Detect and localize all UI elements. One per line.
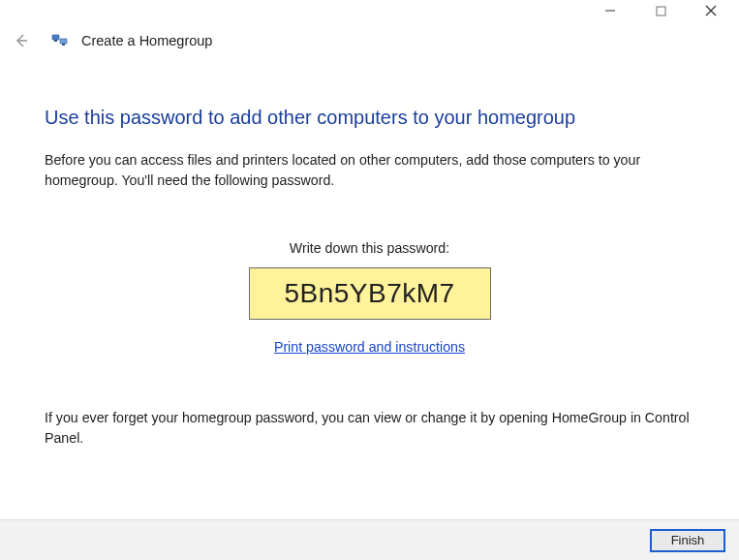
password-section: Write down this password: 5Bn5YB7kM7 Pri… bbox=[45, 240, 694, 356]
svg-rect-7 bbox=[54, 40, 57, 42]
page-headline: Use this password to add other computers… bbox=[45, 107, 694, 129]
wizard-title: Create a Homegroup bbox=[81, 33, 212, 48]
header-row: Create a Homegroup bbox=[0, 21, 739, 56]
print-link[interactable]: Print password and instructions bbox=[274, 339, 465, 355]
svg-rect-6 bbox=[60, 39, 67, 44]
back-button[interactable] bbox=[10, 29, 33, 52]
wizard-window: Create a Homegroup Use this password to … bbox=[0, 0, 739, 560]
homegroup-icon bbox=[50, 31, 70, 50]
content-area: Use this password to add other computers… bbox=[0, 56, 739, 448]
footer-note: If you ever forget your homegroup passwo… bbox=[45, 408, 694, 448]
button-bar: Finish bbox=[0, 519, 739, 560]
svg-rect-1 bbox=[657, 7, 665, 16]
intro-text: Before you can access files and printers… bbox=[45, 150, 694, 190]
close-button[interactable] bbox=[689, 1, 733, 20]
svg-rect-5 bbox=[52, 35, 59, 40]
titlebar bbox=[0, 0, 739, 21]
password-label: Write down this password: bbox=[45, 240, 694, 256]
finish-button[interactable]: Finish bbox=[650, 529, 725, 552]
window-controls bbox=[588, 1, 733, 20]
svg-rect-8 bbox=[62, 44, 65, 46]
maximize-button[interactable] bbox=[638, 1, 683, 20]
password-box: 5Bn5YB7kM7 bbox=[249, 267, 491, 320]
minimize-button[interactable] bbox=[588, 1, 632, 20]
